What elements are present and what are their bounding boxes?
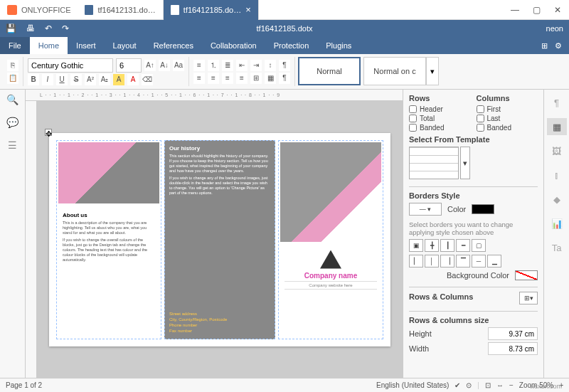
- bold-button[interactable]: B: [28, 74, 39, 85]
- line-spacing-icon[interactable]: ↕: [265, 60, 276, 71]
- paragraph-mark-icon[interactable]: ¶: [279, 60, 290, 71]
- subscript-button[interactable]: A₂: [99, 74, 110, 85]
- template-dropdown[interactable]: ▾: [460, 147, 470, 179]
- copy-icon[interactable]: ⎘: [7, 60, 18, 71]
- border-vert-icon[interactable]: ┃: [440, 239, 454, 252]
- page[interactable]: ✥ About us This is a description of the …: [49, 133, 390, 346]
- spellcheck-icon[interactable]: ✔: [454, 381, 460, 389]
- multilevel-list-icon[interactable]: ≣: [222, 60, 233, 71]
- highlight-color-button[interactable]: A: [113, 74, 124, 85]
- align-justify-icon[interactable]: ≡: [236, 73, 248, 84]
- image-settings-icon[interactable]: 🖼: [547, 142, 567, 159]
- border-right-icon[interactable]: ▕: [440, 255, 454, 267]
- decrease-indent-icon[interactable]: ⇤: [236, 60, 248, 71]
- menu-layout[interactable]: Layout: [105, 37, 145, 54]
- maximize-button[interactable]: ▢: [531, 4, 542, 16]
- brochure-col-1[interactable]: About us This is a description of the co…: [56, 140, 161, 339]
- paragraph-settings-icon[interactable]: ¶: [547, 94, 567, 111]
- superscript-button[interactable]: A²: [85, 74, 96, 85]
- textart-settings-icon[interactable]: Ta: [547, 239, 567, 256]
- font-family-select[interactable]: [28, 58, 113, 73]
- menu-insert[interactable]: Insert: [68, 37, 105, 54]
- menu-home[interactable]: Home: [30, 37, 68, 54]
- undo-icon[interactable]: ↶: [45, 23, 52, 33]
- open-location-icon[interactable]: ⊞: [541, 41, 548, 51]
- chk-banded-cols[interactable]: Banded: [477, 124, 538, 132]
- fit-page-icon[interactable]: ⊡: [485, 381, 491, 389]
- styles-dropdown[interactable]: ▾: [426, 57, 439, 85]
- page-indicator[interactable]: Page 1 of 2: [6, 381, 42, 389]
- close-icon[interactable]: ×: [245, 4, 251, 15]
- menu-plugins[interactable]: Plugins: [317, 37, 360, 54]
- search-icon[interactable]: 🔍: [6, 94, 18, 105]
- merge-cells-icon[interactable]: ⊞: [250, 73, 262, 84]
- menu-references[interactable]: References: [145, 37, 202, 54]
- header-footer-icon[interactable]: ⫿: [547, 166, 567, 184]
- zoom-out-icon[interactable]: −: [509, 381, 514, 389]
- save-icon[interactable]: 💾: [6, 23, 16, 33]
- numbering-icon[interactable]: ⒈: [208, 60, 219, 71]
- decrease-font-icon[interactable]: A↓: [159, 60, 170, 71]
- underline-button[interactable]: U: [56, 74, 68, 85]
- paste-icon[interactable]: 📋: [7, 73, 18, 84]
- border-innerv-icon[interactable]: │: [425, 255, 439, 267]
- brochure-col-2[interactable]: Our history This section should highligh…: [164, 140, 275, 339]
- print-icon[interactable]: 🖶: [26, 23, 35, 33]
- nonprinting-icon[interactable]: ¶: [279, 73, 290, 84]
- menu-protection[interactable]: Protection: [265, 37, 318, 54]
- border-left-icon[interactable]: ▏: [409, 255, 423, 267]
- align-left-icon[interactable]: ≡: [193, 73, 205, 84]
- settings-icon[interactable]: ⚙: [555, 41, 562, 51]
- border-width-select[interactable]: — ▾: [409, 203, 442, 216]
- shape-settings-icon[interactable]: ◆: [547, 191, 567, 208]
- navigation-icon[interactable]: ☰: [8, 139, 17, 151]
- style-normal-on[interactable]: Normal on c: [363, 57, 426, 85]
- brochure-col-3[interactable]: Company name Company website here: [278, 140, 383, 339]
- minimize-button[interactable]: —: [509, 4, 521, 16]
- chk-last-input[interactable]: [477, 115, 484, 122]
- chart-settings-icon[interactable]: 📊: [547, 215, 567, 232]
- ruler-vertical[interactable]: [26, 101, 37, 378]
- doc-tab-2[interactable]: tf16412185.do… ×: [164, 0, 259, 20]
- comments-icon[interactable]: 💬: [6, 117, 18, 128]
- height-input[interactable]: [488, 327, 538, 340]
- fit-width-icon[interactable]: ↔: [496, 381, 504, 389]
- track-changes-icon[interactable]: ⊙: [466, 381, 472, 389]
- chk-total-input[interactable]: [409, 115, 417, 122]
- chk-first[interactable]: First: [477, 105, 538, 113]
- border-color-swatch[interactable]: [472, 204, 494, 214]
- shading-icon[interactable]: ▦: [265, 73, 276, 84]
- close-button[interactable]: ✕: [552, 4, 563, 16]
- document-area[interactable]: ✥ About us This is a description of the …: [37, 101, 403, 378]
- chk-banded-cols-input[interactable]: [477, 124, 484, 132]
- doc-tab-1[interactable]: tf16412131.do…: [78, 0, 163, 20]
- strikethrough-button[interactable]: S: [70, 74, 82, 85]
- bg-color-swatch[interactable]: [515, 270, 538, 280]
- width-input[interactable]: [488, 342, 538, 355]
- user-name[interactable]: neon: [546, 24, 563, 33]
- border-horiz-icon[interactable]: ━: [456, 239, 470, 252]
- change-case-icon[interactable]: Aa: [173, 60, 184, 71]
- italic-button[interactable]: I: [42, 74, 53, 85]
- chk-header-input[interactable]: [409, 105, 417, 113]
- increase-font-icon[interactable]: A↑: [144, 60, 156, 71]
- template-preview[interactable]: [409, 147, 459, 179]
- selection-handle-icon[interactable]: ✥: [45, 129, 52, 136]
- border-bottom-icon[interactable]: ▁: [487, 255, 501, 267]
- menu-collaboration[interactable]: Collaboration: [202, 37, 265, 54]
- chk-header[interactable]: Header: [409, 105, 471, 113]
- ruler-horizontal[interactable]: L · · 1 · · 1 · · 2 · · 1 · · 3 · · 1 · …: [26, 90, 403, 101]
- border-none-icon[interactable]: ▢: [472, 239, 486, 252]
- chk-last[interactable]: Last: [477, 115, 538, 122]
- redo-icon[interactable]: ↷: [62, 23, 69, 33]
- clear-format-button[interactable]: ⌫: [142, 74, 153, 85]
- style-normal[interactable]: Normal: [298, 57, 361, 85]
- border-outer-icon[interactable]: ▣: [409, 239, 423, 252]
- rows-cols-menu[interactable]: ⊞▾: [519, 292, 538, 304]
- font-size-select[interactable]: [116, 58, 142, 73]
- chk-first-input[interactable]: [477, 105, 484, 113]
- align-right-icon[interactable]: ≡: [222, 73, 233, 84]
- align-center-icon[interactable]: ≡: [208, 73, 219, 84]
- menu-file[interactable]: File: [0, 37, 30, 54]
- chk-total[interactable]: Total: [409, 115, 471, 122]
